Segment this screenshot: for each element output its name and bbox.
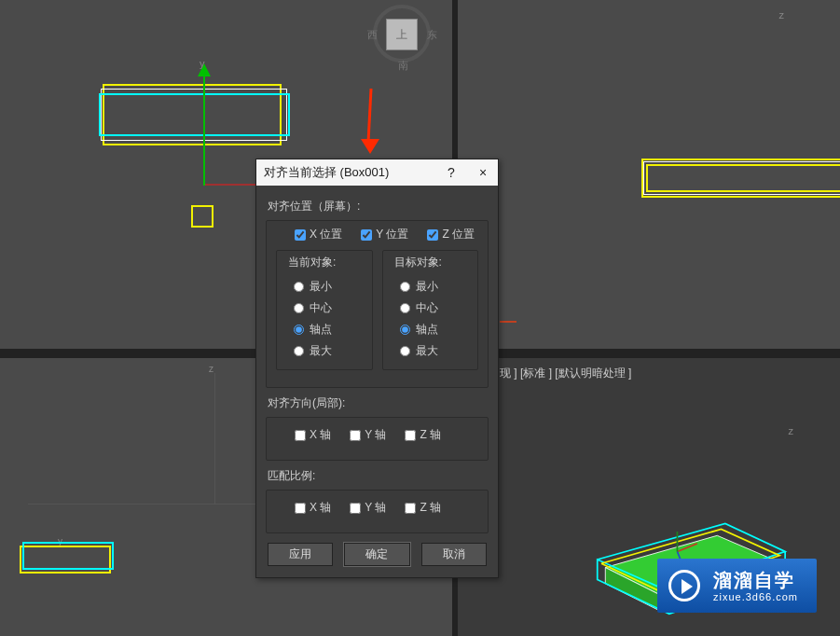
viewcube-dir-s[interactable]: 南 bbox=[398, 59, 408, 73]
orient-x-label: X 轴 bbox=[310, 427, 331, 443]
current-center-radio[interactable]: 中心 bbox=[286, 297, 363, 319]
apply-button[interactable]: 应用 bbox=[268, 543, 333, 566]
scale-y-input[interactable] bbox=[350, 503, 361, 514]
current-min-radio[interactable]: 最小 bbox=[286, 276, 363, 297]
orient-z-checkbox[interactable]: Z 轴 bbox=[405, 427, 441, 443]
target-center-label: 中心 bbox=[416, 300, 438, 316]
box-left-cyan bbox=[22, 542, 114, 570]
scale-z-input[interactable] bbox=[405, 503, 416, 514]
current-object-group: 当前对象: 最小 中心 轴点 最大 bbox=[276, 250, 373, 370]
current-min-label: 最小 bbox=[310, 279, 332, 295]
viewcube-face-top[interactable]: 上 bbox=[386, 19, 418, 50]
current-max-label: 最大 bbox=[310, 343, 332, 359]
viewcube-dir-e[interactable]: 东 bbox=[427, 28, 437, 42]
current-max-radio[interactable]: 最大 bbox=[286, 340, 363, 362]
scale-x-input[interactable] bbox=[295, 503, 306, 514]
watermark-brand: 溜溜自学 bbox=[713, 570, 798, 591]
current-center-label: 中心 bbox=[310, 300, 332, 316]
viewport-label[interactable]: 现 ] [标准 ] [默认明暗处理 ] bbox=[500, 366, 631, 381]
annotation-arrow bbox=[368, 89, 371, 143]
dialog-title: 对齐当前选择 (Box001) bbox=[264, 164, 389, 181]
target-max-label: 最大 bbox=[416, 343, 438, 359]
y-position-checkbox[interactable]: Y 位置 bbox=[361, 227, 408, 242]
orientation-section-label: 对齐方向(局部): bbox=[268, 395, 489, 411]
axis-x-line bbox=[203, 184, 255, 186]
x-position-label: X 位置 bbox=[310, 227, 342, 242]
axis-y-stub bbox=[203, 145, 205, 186]
axis-fragment-red bbox=[500, 321, 516, 323]
z-position-label: Z 位置 bbox=[442, 227, 475, 242]
watermark: 溜溜自学 zixue.3d66.com bbox=[657, 559, 817, 613]
current-pivot-radio[interactable]: 轴点 bbox=[286, 319, 363, 340]
x-position-input[interactable] bbox=[295, 229, 306, 241]
orient-z-label: Z 轴 bbox=[420, 427, 441, 443]
axis-line-v-bl bbox=[214, 373, 215, 504]
axis-y-label: y bbox=[200, 58, 205, 69]
target-pivot-radio[interactable]: 轴点 bbox=[392, 319, 469, 340]
y-position-input[interactable] bbox=[361, 229, 372, 241]
watermark-url: zixue.3d66.com bbox=[713, 591, 798, 603]
axis-z-label-bl: z bbox=[209, 364, 213, 374]
scale-x-label: X 轴 bbox=[310, 500, 331, 516]
orient-y-checkbox[interactable]: Y 轴 bbox=[350, 427, 386, 443]
scale-z-checkbox[interactable]: Z 轴 bbox=[405, 500, 441, 516]
axis-z-label-br: z bbox=[789, 425, 794, 436]
y-position-label: Y 位置 bbox=[376, 227, 408, 242]
scale-y-checkbox[interactable]: Y 轴 bbox=[350, 500, 386, 516]
z-position-checkbox[interactable]: Z 位置 bbox=[427, 227, 475, 242]
align-dialog: 对齐当前选择 (Box001) ? × 对齐位置（屏幕）: X 位置 Y 位置 … bbox=[255, 159, 499, 578]
target-object-title: 目标对象: bbox=[394, 255, 469, 272]
ok-button[interactable]: 确定 bbox=[344, 543, 409, 566]
orientation-section: X 轴 Y 轴 Z 轴 bbox=[266, 417, 489, 461]
axis-z-label-tr: z bbox=[779, 9, 785, 21]
target-center-radio[interactable]: 中心 bbox=[392, 297, 469, 319]
scale-section-label: 匹配比例: bbox=[268, 468, 489, 484]
position-section: X 位置 Y 位置 Z 位置 当前对象: 最小 中心 轴点 最大 bbox=[266, 220, 489, 388]
target-object-group: 目标对象: 最小 中心 轴点 最大 bbox=[382, 250, 479, 370]
position-section-label: 对齐位置（屏幕）: bbox=[268, 199, 489, 214]
orient-y-input[interactable] bbox=[350, 430, 361, 441]
orient-z-input[interactable] bbox=[405, 430, 416, 441]
orient-x-checkbox[interactable]: X 轴 bbox=[295, 427, 331, 443]
axis-line-h-bl bbox=[28, 504, 256, 505]
close-button[interactable]: × bbox=[475, 165, 490, 180]
orient-x-input[interactable] bbox=[295, 430, 306, 441]
play-icon bbox=[668, 570, 700, 601]
scale-section: X 轴 Y 轴 Z 轴 bbox=[266, 490, 489, 533]
target-min-radio[interactable]: 最小 bbox=[392, 276, 469, 297]
scale-x-checkbox[interactable]: X 轴 bbox=[295, 500, 331, 516]
orient-y-label: Y 轴 bbox=[365, 427, 386, 443]
box-outline-cyan bbox=[99, 93, 290, 136]
box-front-outline-yellow-inner bbox=[646, 164, 840, 192]
scale-y-label: Y 轴 bbox=[365, 500, 386, 516]
z-position-input[interactable] bbox=[427, 229, 438, 241]
current-object-title: 当前对象: bbox=[288, 255, 363, 272]
target-max-radio[interactable]: 最大 bbox=[392, 340, 469, 362]
dialog-titlebar[interactable]: 对齐当前选择 (Box001) ? × bbox=[256, 159, 498, 186]
x-position-checkbox[interactable]: X 位置 bbox=[295, 227, 342, 242]
viewcube[interactable]: 上 南 东 西 bbox=[373, 5, 429, 61]
viewcube-dir-w[interactable]: 西 bbox=[367, 28, 378, 42]
scale-z-label: Z 轴 bbox=[420, 500, 441, 516]
gizmo-handle[interactable] bbox=[191, 205, 213, 228]
cancel-button[interactable]: 取消 bbox=[421, 543, 487, 566]
help-button[interactable]: ? bbox=[444, 165, 459, 180]
current-pivot-label: 轴点 bbox=[310, 322, 332, 338]
target-pivot-label: 轴点 bbox=[416, 322, 438, 338]
target-min-label: 最小 bbox=[416, 279, 438, 295]
